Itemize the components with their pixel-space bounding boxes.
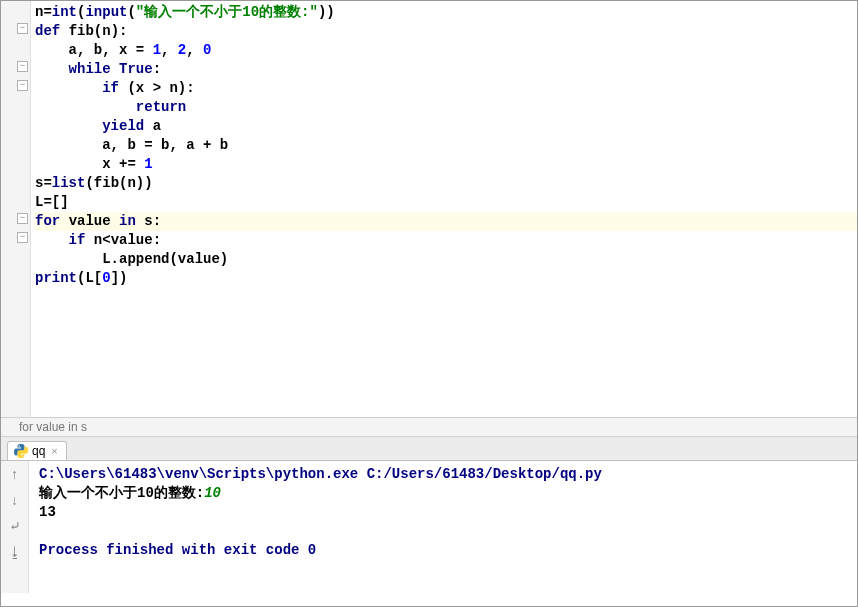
run-tab-bar: qq × [1, 437, 857, 461]
code-line[interactable]: return [35, 98, 857, 117]
arrow-down-icon[interactable]: ↓ [7, 493, 23, 509]
breadcrumb-text: for value in s [19, 420, 87, 434]
code-line[interactable]: s=list(fib(n)) [35, 174, 857, 193]
code-line[interactable]: yield a [35, 117, 857, 136]
run-toolbar: ↑ ↓ ⤶ ⭳ [1, 461, 29, 593]
code-line[interactable]: print(L[0]) [35, 269, 857, 288]
code-line[interactable]: L=[] [35, 193, 857, 212]
close-icon[interactable]: × [51, 445, 57, 457]
code-line[interactable]: a, b = b, a + b [35, 136, 857, 155]
console-line: 输入一个不小于10的整数:10 [39, 484, 602, 503]
editor-gutter: − − − − − [1, 1, 31, 417]
run-tab[interactable]: qq × [7, 441, 67, 460]
breadcrumb[interactable]: for value in s [1, 417, 857, 437]
console-line: Process finished with exit code 0 [39, 541, 602, 560]
console-line: C:\Users\61483\venv\Scripts\python.exe C… [39, 465, 602, 484]
console-line: 13 [39, 503, 602, 522]
console-output[interactable]: C:\Users\61483\venv\Scripts\python.exe C… [29, 461, 612, 593]
code-line[interactable]: if n<value: [35, 231, 857, 250]
code-line[interactable]: def fib(n): [35, 22, 857, 41]
code-line[interactable]: if (x > n): [35, 79, 857, 98]
fold-marker-icon[interactable]: − [17, 23, 28, 34]
python-icon [14, 444, 28, 458]
code-line[interactable]: while True: [35, 60, 857, 79]
code-line[interactable]: a, b, x = 1, 2, 0 [35, 41, 857, 60]
fold-marker-icon[interactable]: − [17, 61, 28, 72]
export-icon[interactable]: ⭳ [7, 545, 23, 561]
code-line[interactable]: for value in s: [35, 212, 857, 231]
run-panel: qq × ↑ ↓ ⤶ ⭳ C:\Users\61483\venv\Scripts… [1, 437, 857, 593]
run-tab-label: qq [32, 444, 45, 458]
arrow-up-icon[interactable]: ↑ [7, 467, 23, 483]
code-editor[interactable]: − − − − − n=int(input("输入一个不小于10的整数:")) … [1, 1, 857, 417]
fold-marker-icon[interactable]: − [17, 213, 28, 224]
wrap-icon[interactable]: ⤶ [7, 519, 23, 535]
code-line[interactable]: n=int(input("输入一个不小于10的整数:")) [35, 3, 857, 22]
code-line[interactable]: L.append(value) [35, 250, 857, 269]
code-content[interactable]: n=int(input("输入一个不小于10的整数:")) def fib(n)… [1, 1, 857, 288]
fold-marker-icon[interactable]: − [17, 80, 28, 91]
code-line[interactable]: x += 1 [35, 155, 857, 174]
console-line [39, 522, 602, 541]
fold-marker-icon[interactable]: − [17, 232, 28, 243]
